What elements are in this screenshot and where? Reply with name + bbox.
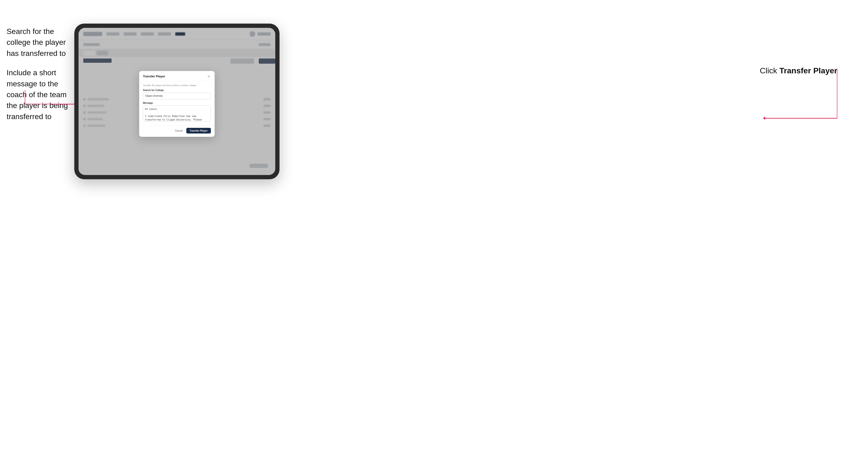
- modal-close-button[interactable]: ✕: [207, 74, 211, 79]
- annotation-right-bold: Transfer Player: [779, 66, 837, 75]
- modal-subtitle: Transfer the player and their profile to…: [143, 84, 211, 87]
- annotation-right-prefix: Click: [760, 66, 779, 75]
- cancel-button[interactable]: Cancel: [173, 128, 184, 133]
- search-college-label: Search for College: [143, 89, 211, 92]
- transfer-player-button[interactable]: Transfer Player: [186, 128, 211, 133]
- modal-body: Transfer the player and their profile to…: [139, 81, 215, 125]
- message-label: Message: [143, 102, 211, 104]
- annotation-left: Search for the college the player has tr…: [7, 26, 70, 130]
- ipad-screen: Transfer Player ✕ Transfer the player an…: [79, 28, 275, 175]
- modal-header: Transfer Player ✕: [139, 71, 215, 81]
- arrow-line-right: [764, 118, 837, 119]
- left-bracket-line: [25, 90, 53, 104]
- modal-title: Transfer Player: [143, 74, 165, 78]
- modal-dialog: Transfer Player ✕ Transfer the player an…: [139, 71, 215, 137]
- annotation-text-1: Search for the college the player has tr…: [7, 26, 70, 59]
- message-textarea[interactable]: Hi Coach, I understand Chris Robertson h…: [143, 105, 211, 121]
- modal-overlay: Transfer Player ✕ Transfer the player an…: [79, 28, 275, 175]
- vline-right: [837, 68, 838, 118]
- modal-footer: Cancel Transfer Player: [139, 125, 215, 137]
- search-college-input[interactable]: [143, 93, 211, 99]
- arrow-head-right: [763, 117, 765, 120]
- ipad-frame: Transfer Player ✕ Transfer the player an…: [74, 24, 280, 179]
- annotation-right: Click Transfer Player: [760, 66, 837, 75]
